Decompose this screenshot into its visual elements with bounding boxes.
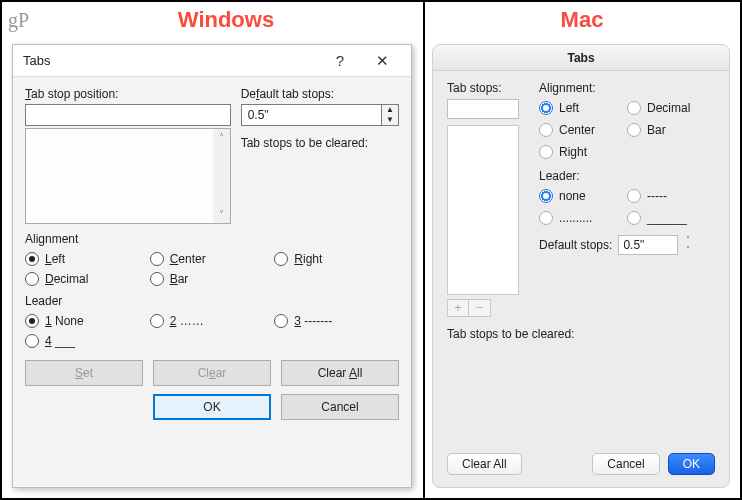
alignment-decimal-radio[interactable]: Decimal (627, 101, 715, 115)
leader-dashes-radio[interactable]: ----- (627, 189, 715, 203)
alignment-left-radio[interactable]: Left (539, 101, 627, 115)
tab-stops-label: Tab stops: (447, 81, 527, 95)
to-be-cleared-label: Tab stops to be cleared: (241, 136, 399, 150)
leader-dashes-radio[interactable]: 3 ------- (274, 314, 399, 328)
help-button[interactable]: ? (319, 52, 361, 69)
mac-heading: Mac (424, 7, 740, 33)
default-stops-input[interactable]: 0.5" (618, 235, 678, 255)
alignment-center-radio[interactable]: Center (539, 123, 627, 137)
alignment-bar-radio[interactable]: Bar (627, 123, 715, 137)
default-stops-label: Default stops: (539, 238, 612, 252)
gp-logo: gP (2, 9, 30, 32)
leader-section-label: Leader (25, 294, 399, 308)
clear-button[interactable]: Clear (153, 360, 271, 386)
alignment-section-label: Alignment: (539, 81, 715, 95)
alignment-left-radio[interactable]: Left (25, 252, 150, 266)
windows-heading: Windows (30, 7, 422, 33)
alignment-decimal-radio[interactable]: Decimal (25, 272, 150, 286)
leader-radio-group: none ----- .......... ______ (539, 189, 715, 225)
default-stops-stepper[interactable]: ˄ ˅ (681, 235, 695, 255)
leader-none-radio[interactable]: none (539, 189, 627, 203)
scroll-up-icon[interactable]: ˄ (213, 129, 230, 146)
default-tab-stops-stepper[interactable]: ▲ ▼ (382, 104, 399, 126)
tab-stop-position-input[interactable] (25, 104, 231, 126)
leader-dots-radio[interactable]: 2 …… (150, 314, 275, 328)
dialog-title: Tabs (433, 45, 729, 71)
alignment-radio-group: Left Decimal Center Bar Right (539, 101, 715, 159)
tab-stop-input[interactable] (447, 99, 519, 119)
clear-all-button[interactable]: Clear All (447, 453, 522, 475)
default-tab-stops-input[interactable]: 0.5" (241, 104, 382, 126)
add-tab-stop-button[interactable]: + (447, 299, 469, 317)
stepper-down-icon[interactable]: ˅ (681, 245, 695, 255)
set-button[interactable]: Set (25, 360, 143, 386)
dialog-title: Tabs (23, 53, 319, 68)
leader-section-label: Leader: (539, 169, 715, 183)
scrollbar[interactable]: ˄ ˅ (213, 129, 230, 223)
stepper-up-icon[interactable]: ˄ (681, 235, 695, 245)
alignment-right-radio[interactable]: Right (539, 145, 627, 159)
cancel-button[interactable]: Cancel (592, 453, 659, 475)
clear-all-button[interactable]: Clear All (281, 360, 399, 386)
alignment-center-radio[interactable]: Center (150, 252, 275, 266)
leader-none-radio[interactable]: 1 None (25, 314, 150, 328)
leader-dots-radio[interactable]: .......... (539, 211, 627, 225)
default-tab-stops-label: Default tab stops: (241, 87, 399, 101)
vertical-divider (423, 2, 425, 498)
close-button[interactable]: ✕ (361, 52, 403, 70)
leader-underline-radio[interactable]: ______ (627, 211, 715, 225)
tab-stop-position-label: Tab stop position: (25, 87, 231, 101)
alignment-right-radio[interactable]: Right (274, 252, 399, 266)
remove-tab-stop-button[interactable]: − (469, 299, 491, 317)
ok-button[interactable]: OK (668, 453, 715, 475)
to-be-cleared-label: Tab stops to be cleared: (447, 327, 715, 341)
leader-radio-group: 1 None 2 …… 3 ------- 4 ___ (25, 314, 399, 348)
cancel-button[interactable]: Cancel (281, 394, 399, 420)
stepper-down-icon[interactable]: ▼ (382, 115, 398, 125)
ok-button[interactable]: OK (153, 394, 271, 420)
alignment-bar-radio[interactable]: Bar (150, 272, 275, 286)
tab-stop-listbox[interactable] (447, 125, 519, 295)
alignment-section-label: Alignment (25, 232, 399, 246)
stepper-up-icon[interactable]: ▲ (382, 105, 398, 115)
scroll-down-icon[interactable]: ˅ (213, 206, 230, 223)
alignment-radio-group: Left Center Right Decimal Bar (25, 252, 399, 286)
windows-tabs-dialog: Tabs ? ✕ Tab stop position: ˄ ˅ (12, 44, 412, 488)
tab-stop-listbox[interactable]: ˄ ˅ (25, 128, 231, 224)
leader-underline-radio[interactable]: 4 ___ (25, 334, 150, 348)
mac-tabs-dialog: Tabs Tab stops: + − A (432, 44, 730, 488)
